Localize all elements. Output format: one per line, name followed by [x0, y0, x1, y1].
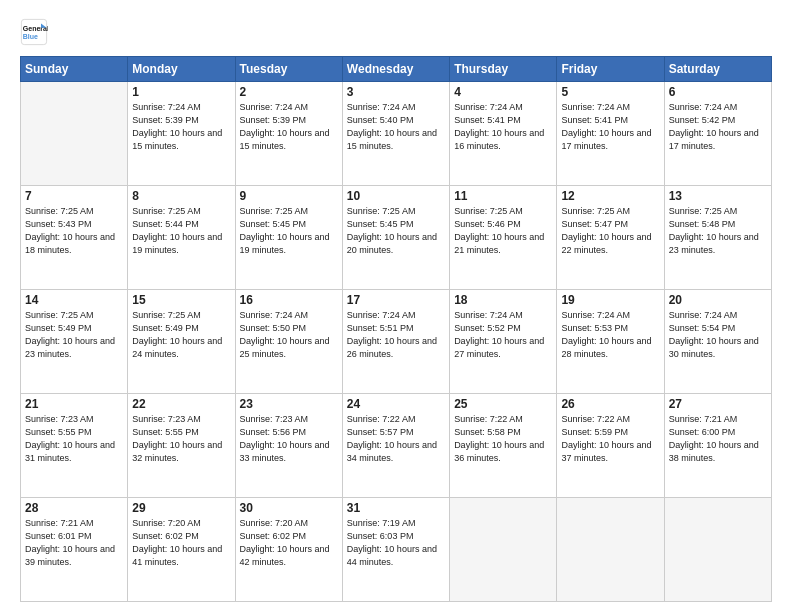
sunset-label: Sunset: 5:56 PM — [240, 427, 307, 437]
sunset-label: Sunset: 5:40 PM — [347, 115, 414, 125]
sunrise-label: Sunrise: 7:25 AM — [454, 206, 523, 216]
sunset-label: Sunset: 6:01 PM — [25, 531, 92, 541]
day-number: 2 — [240, 85, 338, 99]
day-info: Sunrise: 7:24 AM Sunset: 5:42 PM Dayligh… — [669, 101, 767, 153]
day-info: Sunrise: 7:25 AM Sunset: 5:48 PM Dayligh… — [669, 205, 767, 257]
calendar-week-row: 21 Sunrise: 7:23 AM Sunset: 5:55 PM Dayl… — [21, 394, 772, 498]
calendar-cell: 15 Sunrise: 7:25 AM Sunset: 5:49 PM Dayl… — [128, 290, 235, 394]
day-number: 12 — [561, 189, 659, 203]
day-info: Sunrise: 7:20 AM Sunset: 6:02 PM Dayligh… — [240, 517, 338, 569]
day-number: 10 — [347, 189, 445, 203]
sunset-label: Sunset: 5:48 PM — [669, 219, 736, 229]
sunset-label: Sunset: 5:45 PM — [240, 219, 307, 229]
sunrise-label: Sunrise: 7:20 AM — [240, 518, 309, 528]
calendar-cell: 22 Sunrise: 7:23 AM Sunset: 5:55 PM Dayl… — [128, 394, 235, 498]
sunset-label: Sunset: 6:02 PM — [240, 531, 307, 541]
day-number: 28 — [25, 501, 123, 515]
daylight-label: Daylight: 10 hours and 15 minutes. — [132, 128, 222, 151]
sunrise-label: Sunrise: 7:25 AM — [561, 206, 630, 216]
calendar-cell — [450, 498, 557, 602]
sunset-label: Sunset: 5:59 PM — [561, 427, 628, 437]
daylight-label: Daylight: 10 hours and 36 minutes. — [454, 440, 544, 463]
sunset-label: Sunset: 5:57 PM — [347, 427, 414, 437]
day-info: Sunrise: 7:25 AM Sunset: 5:49 PM Dayligh… — [25, 309, 123, 361]
day-info: Sunrise: 7:22 AM Sunset: 5:59 PM Dayligh… — [561, 413, 659, 465]
daylight-label: Daylight: 10 hours and 15 minutes. — [347, 128, 437, 151]
sunset-label: Sunset: 5:41 PM — [561, 115, 628, 125]
daylight-label: Daylight: 10 hours and 19 minutes. — [240, 232, 330, 255]
day-info: Sunrise: 7:24 AM Sunset: 5:53 PM Dayligh… — [561, 309, 659, 361]
calendar-cell: 10 Sunrise: 7:25 AM Sunset: 5:45 PM Dayl… — [342, 186, 449, 290]
sunrise-label: Sunrise: 7:25 AM — [25, 310, 94, 320]
calendar-cell: 24 Sunrise: 7:22 AM Sunset: 5:57 PM Dayl… — [342, 394, 449, 498]
calendar-cell: 25 Sunrise: 7:22 AM Sunset: 5:58 PM Dayl… — [450, 394, 557, 498]
daylight-label: Daylight: 10 hours and 22 minutes. — [561, 232, 651, 255]
calendar-cell: 27 Sunrise: 7:21 AM Sunset: 6:00 PM Dayl… — [664, 394, 771, 498]
sunset-label: Sunset: 6:02 PM — [132, 531, 199, 541]
sunset-label: Sunset: 5:42 PM — [669, 115, 736, 125]
sunset-label: Sunset: 6:00 PM — [669, 427, 736, 437]
calendar-week-row: 7 Sunrise: 7:25 AM Sunset: 5:43 PM Dayli… — [21, 186, 772, 290]
calendar-cell — [664, 498, 771, 602]
sunset-label: Sunset: 5:39 PM — [240, 115, 307, 125]
sunset-label: Sunset: 5:45 PM — [347, 219, 414, 229]
day-number: 3 — [347, 85, 445, 99]
sunrise-label: Sunrise: 7:19 AM — [347, 518, 416, 528]
calendar-cell: 19 Sunrise: 7:24 AM Sunset: 5:53 PM Dayl… — [557, 290, 664, 394]
daylight-label: Daylight: 10 hours and 42 minutes. — [240, 544, 330, 567]
day-info: Sunrise: 7:24 AM Sunset: 5:52 PM Dayligh… — [454, 309, 552, 361]
calendar-cell: 7 Sunrise: 7:25 AM Sunset: 5:43 PM Dayli… — [21, 186, 128, 290]
sunrise-label: Sunrise: 7:24 AM — [561, 310, 630, 320]
sunrise-label: Sunrise: 7:25 AM — [132, 310, 201, 320]
logo: General Blue — [20, 18, 48, 46]
day-info: Sunrise: 7:23 AM Sunset: 5:55 PM Dayligh… — [25, 413, 123, 465]
day-info: Sunrise: 7:25 AM Sunset: 5:45 PM Dayligh… — [347, 205, 445, 257]
day-info: Sunrise: 7:24 AM Sunset: 5:40 PM Dayligh… — [347, 101, 445, 153]
day-info: Sunrise: 7:25 AM Sunset: 5:45 PM Dayligh… — [240, 205, 338, 257]
daylight-label: Daylight: 10 hours and 32 minutes. — [132, 440, 222, 463]
sunset-label: Sunset: 5:49 PM — [25, 323, 92, 333]
daylight-label: Daylight: 10 hours and 34 minutes. — [347, 440, 437, 463]
daylight-label: Daylight: 10 hours and 44 minutes. — [347, 544, 437, 567]
sunrise-label: Sunrise: 7:24 AM — [454, 102, 523, 112]
day-info: Sunrise: 7:19 AM Sunset: 6:03 PM Dayligh… — [347, 517, 445, 569]
sunrise-label: Sunrise: 7:24 AM — [347, 310, 416, 320]
weekday-header: Saturday — [664, 57, 771, 82]
day-info: Sunrise: 7:25 AM Sunset: 5:43 PM Dayligh… — [25, 205, 123, 257]
daylight-label: Daylight: 10 hours and 25 minutes. — [240, 336, 330, 359]
calendar-cell: 14 Sunrise: 7:25 AM Sunset: 5:49 PM Dayl… — [21, 290, 128, 394]
day-info: Sunrise: 7:25 AM Sunset: 5:44 PM Dayligh… — [132, 205, 230, 257]
day-number: 21 — [25, 397, 123, 411]
sunrise-label: Sunrise: 7:24 AM — [347, 102, 416, 112]
day-info: Sunrise: 7:24 AM Sunset: 5:39 PM Dayligh… — [132, 101, 230, 153]
day-number: 11 — [454, 189, 552, 203]
daylight-label: Daylight: 10 hours and 27 minutes. — [454, 336, 544, 359]
sunset-label: Sunset: 6:03 PM — [347, 531, 414, 541]
calendar-week-row: 14 Sunrise: 7:25 AM Sunset: 5:49 PM Dayl… — [21, 290, 772, 394]
sunrise-label: Sunrise: 7:25 AM — [669, 206, 738, 216]
sunset-label: Sunset: 5:49 PM — [132, 323, 199, 333]
day-info: Sunrise: 7:24 AM Sunset: 5:51 PM Dayligh… — [347, 309, 445, 361]
day-info: Sunrise: 7:23 AM Sunset: 5:55 PM Dayligh… — [132, 413, 230, 465]
calendar-cell — [557, 498, 664, 602]
daylight-label: Daylight: 10 hours and 23 minutes. — [25, 336, 115, 359]
day-number: 15 — [132, 293, 230, 307]
day-number: 7 — [25, 189, 123, 203]
sunrise-label: Sunrise: 7:25 AM — [25, 206, 94, 216]
day-info: Sunrise: 7:24 AM Sunset: 5:50 PM Dayligh… — [240, 309, 338, 361]
daylight-label: Daylight: 10 hours and 17 minutes. — [561, 128, 651, 151]
calendar-cell: 18 Sunrise: 7:24 AM Sunset: 5:52 PM Dayl… — [450, 290, 557, 394]
calendar-week-row: 28 Sunrise: 7:21 AM Sunset: 6:01 PM Dayl… — [21, 498, 772, 602]
sunset-label: Sunset: 5:54 PM — [669, 323, 736, 333]
daylight-label: Daylight: 10 hours and 15 minutes. — [240, 128, 330, 151]
day-number: 19 — [561, 293, 659, 307]
daylight-label: Daylight: 10 hours and 17 minutes. — [669, 128, 759, 151]
calendar-cell: 20 Sunrise: 7:24 AM Sunset: 5:54 PM Dayl… — [664, 290, 771, 394]
calendar-cell — [21, 82, 128, 186]
day-info: Sunrise: 7:22 AM Sunset: 5:58 PM Dayligh… — [454, 413, 552, 465]
day-number: 23 — [240, 397, 338, 411]
day-info: Sunrise: 7:20 AM Sunset: 6:02 PM Dayligh… — [132, 517, 230, 569]
day-number: 8 — [132, 189, 230, 203]
day-number: 14 — [25, 293, 123, 307]
day-info: Sunrise: 7:25 AM Sunset: 5:47 PM Dayligh… — [561, 205, 659, 257]
